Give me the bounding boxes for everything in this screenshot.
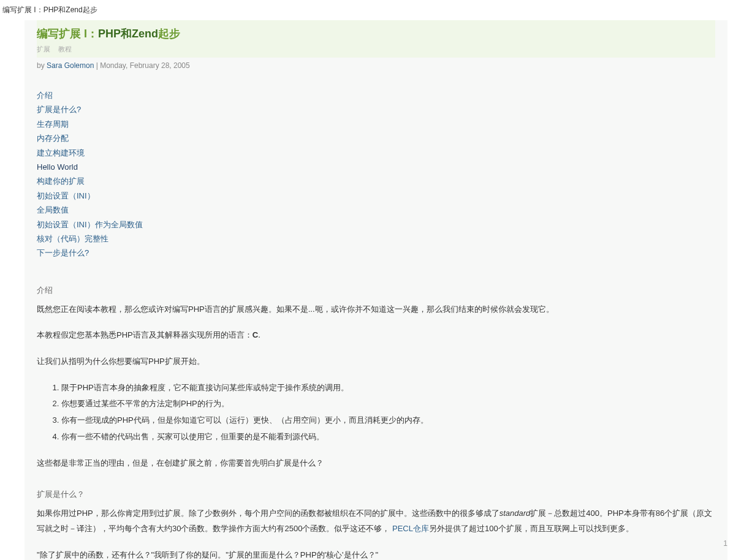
- toc-link-3[interactable]: 内存分配: [37, 131, 715, 145]
- intro-p4: 这些都是非常正当的理由，但是，在创建扩展之前，你需要首先明白扩展是什么？: [37, 456, 715, 471]
- pecl-link[interactable]: PECL仓库: [392, 524, 429, 533]
- intro-list: 限于PHP语言本身的抽象程度，它不能直接访问某些库或特定于操作系统的调用。你想要…: [55, 380, 715, 445]
- toc-link-11[interactable]: 下一步是什么?: [37, 246, 715, 260]
- section-intro: 介绍 既然您正在阅读本教程，那么您或许对编写PHP语言的扩展感兴趣。如果不是..…: [37, 285, 715, 471]
- page-title: 编写扩展 I：PHP和Zend起步: [37, 26, 715, 41]
- toc-link-0[interactable]: 介绍: [37, 88, 715, 102]
- page-header: 编写扩展 I：PHP和Zend起步: [0, 0, 752, 20]
- toc-link-8[interactable]: 全局数值: [37, 203, 715, 217]
- main-content: 编写扩展 I：PHP和Zend起步 扩展 教程 by Sara Golemon …: [25, 20, 727, 560]
- intro-p3: 让我们从指明为什么你想要编写PHP扩展开始。: [37, 354, 715, 369]
- section-heading-intro: 介绍: [37, 285, 715, 296]
- what-p1: 如果你用过PHP，那么你肯定用到过扩展。除了少数例外，每个用户空间的函数都被组织…: [37, 506, 715, 536]
- list-item: 你想要通过某些不平常的方法定制PHP的行为。: [61, 396, 715, 412]
- breadcrumb: 编写扩展 I：PHP和Zend起步: [2, 6, 97, 14]
- toc-link-4[interactable]: 建立构建环境: [37, 146, 715, 160]
- list-item: 限于PHP语言本身的抽象程度，它不能直接访问某些库或特定于操作系统的调用。: [61, 380, 715, 396]
- toc-link-7[interactable]: 初始设置（INI）: [37, 189, 715, 203]
- toc-link-10[interactable]: 核对（代码）完整性: [37, 232, 715, 246]
- tag-tutorial[interactable]: 教程: [58, 45, 72, 53]
- intro-p2: 本教程假定您基本熟悉PHP语言及其解释器实现所用的语言：C.: [37, 328, 715, 343]
- toc-link-1[interactable]: 扩展是什么?: [37, 102, 715, 116]
- tag-extension[interactable]: 扩展: [37, 45, 50, 53]
- toc-link-9[interactable]: 初始设置（INI）作为全局数值: [37, 218, 715, 232]
- intro-p1: 既然您正在阅读本教程，那么您或许对编写PHP语言的扩展感兴趣。如果不是...呃，…: [37, 302, 715, 317]
- table-of-contents: 介绍扩展是什么?生存周期内存分配建立构建环境Hello World构建你的扩展初…: [37, 88, 715, 260]
- byline: by Sara Golemon | Monday, February 28, 2…: [37, 61, 715, 70]
- what-p2: "除了扩展中的函数，还有什么？"我听到了你的疑问。"扩展的里面是什么？PHP的'…: [37, 548, 715, 560]
- tags: 扩展 教程: [37, 45, 715, 54]
- list-item: 你有一些现成的PHP代码，但是你知道它可以（运行）更快、（占用空间）更小，而且消…: [61, 413, 715, 428]
- toc-link-5[interactable]: Hello World: [37, 160, 715, 174]
- page-number: 1: [723, 539, 727, 548]
- toc-link-2[interactable]: 生存周期: [37, 117, 715, 131]
- author-link[interactable]: Sara Golemon: [47, 61, 94, 70]
- title-section: 编写扩展 I：PHP和Zend起步 扩展 教程: [37, 20, 715, 58]
- toc-link-6[interactable]: 构建你的扩展: [37, 174, 715, 188]
- section-heading-what: 扩展是什么？: [37, 489, 715, 500]
- list-item: 你有一些不错的代码出售，买家可以使用它，但重要的是不能看到源代码。: [61, 429, 715, 445]
- section-what-is-extension: 扩展是什么？ 如果你用过PHP，那么你肯定用到过扩展。除了少数例外，每个用户空间…: [37, 489, 715, 560]
